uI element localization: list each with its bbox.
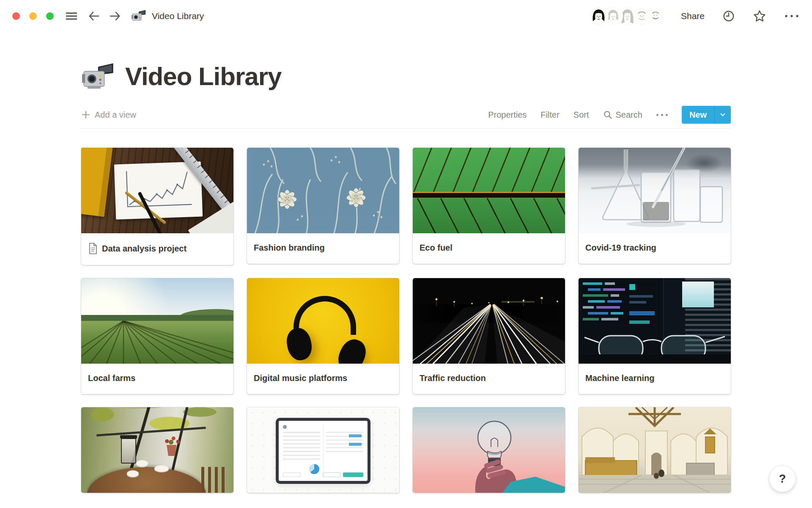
- notion-window: Video Library Share: [0, 0, 812, 508]
- card-image-desk-chart: [81, 148, 233, 233]
- share-button[interactable]: Share: [681, 11, 705, 21]
- card-title: Local farms: [81, 364, 233, 394]
- card-image-floral-pattern: [247, 148, 399, 233]
- card-image-green-leaf: [413, 148, 565, 233]
- topbar: Video Library Share: [0, 0, 812, 32]
- page-icon[interactable]: [82, 62, 116, 91]
- gallery-card-tablet[interactable]: [247, 407, 399, 493]
- card-image-tablet-dashboard: [247, 407, 399, 493]
- window-controls: [12, 12, 54, 20]
- sort-button[interactable]: Sort: [573, 110, 589, 120]
- card-title: Covid-19 tracking: [579, 233, 731, 264]
- plus-icon: [81, 110, 91, 119]
- gallery-card-machine-learning[interactable]: Machine learning: [579, 278, 731, 394]
- card-image-greenhouse-cafe: [81, 407, 233, 493]
- card-image-church-interior: [579, 407, 731, 493]
- card-image-code-glasses: [579, 278, 731, 364]
- card-image-farm-field: [81, 278, 233, 364]
- card-title: Data analysis project: [81, 233, 233, 265]
- gallery-view: Data analysis project: [81, 148, 731, 493]
- card-title: Fashion branding: [247, 233, 399, 264]
- gallery-card-lightbulb[interactable]: [413, 407, 565, 493]
- page-header: Video Library: [81, 62, 731, 91]
- new-button-label[interactable]: New: [682, 106, 714, 124]
- topbar-page-title[interactable]: Video Library: [152, 11, 204, 21]
- page-body: Video Library Add a view Properties Filt…: [81, 32, 731, 493]
- close-window-button[interactable]: [12, 12, 20, 20]
- gallery-card-church[interactable]: [579, 407, 731, 493]
- favorite-star-icon[interactable]: [753, 9, 766, 23]
- page-icon-small: [132, 9, 147, 23]
- sidebar-menu-icon[interactable]: [65, 10, 78, 22]
- page-title[interactable]: Video Library: [125, 62, 281, 91]
- help-button[interactable]: ?: [769, 466, 796, 492]
- gallery-card-cafe[interactable]: [81, 407, 233, 493]
- back-arrow-icon[interactable]: [88, 10, 100, 22]
- view-toolbar: Add a view Properties Filter Sort Search…: [81, 105, 731, 124]
- properties-button[interactable]: Properties: [488, 110, 527, 120]
- card-title: Traffic reduction: [413, 364, 565, 394]
- new-dropdown-chevron-icon[interactable]: [714, 106, 731, 124]
- card-image-night-highway: [413, 278, 565, 364]
- toolbar-divider: [81, 128, 731, 129]
- more-options-icon[interactable]: [784, 14, 799, 18]
- collaborator-avatars: [590, 7, 664, 25]
- gallery-card-eco-fuel[interactable]: Eco fuel: [413, 148, 565, 264]
- card-image-lab-glassware: [579, 148, 731, 233]
- page-doc-icon: [88, 243, 98, 254]
- gallery-card-local-farms[interactable]: Local farms: [81, 278, 233, 394]
- minimize-window-button[interactable]: [29, 12, 37, 20]
- zoom-window-button[interactable]: [46, 12, 54, 20]
- add-view-button[interactable]: Add a view: [81, 110, 136, 120]
- filter-button[interactable]: Filter: [540, 110, 559, 120]
- card-title: Eco fuel: [413, 233, 565, 264]
- gallery-card-digital-music[interactable]: Digital music platforms: [247, 278, 399, 394]
- gallery-card-data-analysis[interactable]: Data analysis project: [81, 148, 233, 265]
- updates-clock-icon[interactable]: [722, 10, 735, 22]
- forward-arrow-icon[interactable]: [109, 10, 121, 22]
- view-more-icon[interactable]: [656, 114, 668, 116]
- gallery-card-traffic-reduction[interactable]: Traffic reduction: [413, 278, 565, 394]
- gallery-card-covid-tracking[interactable]: Covid-19 tracking: [579, 148, 731, 264]
- search-button[interactable]: Search: [603, 110, 642, 120]
- card-title: Digital music platforms: [247, 364, 399, 394]
- card-title: Machine learning: [579, 364, 731, 394]
- avatar[interactable]: [590, 7, 608, 25]
- search-icon: [603, 110, 612, 119]
- card-image-headphones-yellow: [247, 278, 399, 364]
- gallery-card-fashion-branding[interactable]: Fashion branding: [247, 148, 399, 264]
- card-image-hand-lightbulb: [413, 407, 565, 493]
- new-button[interactable]: New: [682, 106, 731, 124]
